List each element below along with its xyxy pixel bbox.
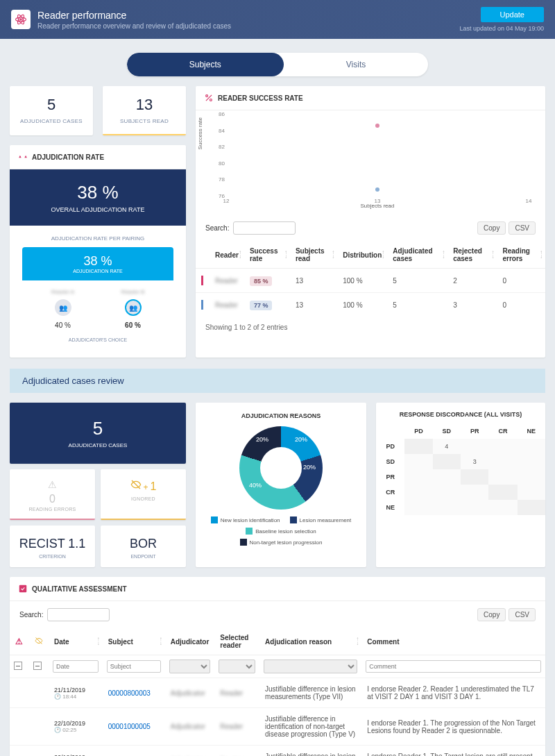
criterion-card: RECIST 1.1 CRITERION	[10, 526, 95, 567]
adjudication-reasons-card: ADJUDICATION REASONS 20% 20% 40% 20% New…	[196, 403, 366, 567]
search-input[interactable]	[233, 221, 296, 235]
last-updated: Last updated on 04 May 19:00	[459, 25, 544, 32]
overall-adj-rate: 38 % OVERALL ADJUDICATION RATE	[10, 169, 186, 226]
filter-checkbox[interactable]	[33, 662, 42, 670]
table-row[interactable]: Reader 77 % 13100 % 530	[196, 293, 545, 317]
filter-checkbox[interactable]	[14, 662, 22, 670]
subject-link[interactable]: 00001000005	[108, 723, 151, 730]
response-discordance-card: RESPONSE DISCORDANCE (ALL VISITS) PD SD …	[376, 403, 545, 567]
stat-label: SUBJECTS READ	[108, 118, 180, 124]
filter-subject[interactable]	[107, 660, 161, 673]
filter-comment[interactable]	[366, 660, 541, 673]
percent-icon	[204, 93, 214, 103]
table-row[interactable]: 21/11/2019🕐 18:44 00000800003 Adjudicato…	[10, 678, 545, 708]
reader-b: Reader B 👥 60 %	[98, 289, 168, 329]
stat-label: ADJUDICATED CASES	[15, 118, 87, 124]
donut-chart: 20% 20% 40% 20%	[239, 426, 323, 510]
header-left: Reader performance Reader performance ov…	[11, 10, 231, 30]
svg-point-6	[210, 99, 212, 101]
legend-item: Non-target lesion progression	[240, 539, 323, 546]
stat-adjudicated-cases: 5 ADJUDICATED CASES	[10, 86, 93, 135]
view-toggle: Subjects Visits	[0, 39, 555, 86]
adjudication-rate-card: ADJUDICATION RATE 38 % OVERALL ADJUDICAT…	[10, 145, 186, 358]
eye-off-icon	[130, 479, 142, 492]
table-row[interactable]: 22/10/2019🕐 02:19 00000800001 Adjudicato…	[10, 746, 545, 757]
discordance-matrix: PD SD PR CR NE PD4SD3PRCRNE	[376, 423, 545, 515]
stat-value: 5	[15, 96, 87, 114]
legend-item: Lesion measurement	[290, 516, 352, 523]
avatar-icon: 👥	[55, 299, 71, 316]
copy-button[interactable]: Copy	[477, 608, 506, 621]
section-title-text: READER SUCCESS RATE	[218, 94, 303, 102]
reading-errors-card: ⚠ 0 READING ERRORS	[10, 469, 95, 520]
endpoint-card: BOR ENDPOINT	[101, 526, 186, 567]
ignored-card: + 1 IGNORED	[101, 469, 186, 520]
filter-reason[interactable]	[264, 660, 357, 673]
copy-button[interactable]: Copy	[477, 221, 506, 235]
success-table: Reader↑↓ Success rate↑↓ Subjects read↑↓ …	[196, 242, 545, 317]
stat-subjects-read: 13 SUBJECTS READ	[103, 86, 186, 135]
filter-selected-reader[interactable]	[219, 660, 255, 673]
table-info: Showing 1 to 2 of 2 entries	[196, 317, 545, 338]
svg-rect-8	[19, 585, 27, 593]
page-title: Reader performance	[37, 10, 231, 21]
page-subtitle: Reader performance overview and review o…	[37, 22, 231, 30]
tab-visits[interactable]: Visits	[284, 53, 428, 76]
filter-date[interactable]	[53, 660, 99, 673]
svg-line-4	[206, 95, 212, 101]
atom-icon	[11, 10, 31, 29]
row-marker	[201, 276, 203, 285]
eye-off-icon	[35, 637, 43, 647]
reader-success-card: READER SUCCESS RATE Success rate 86 84 8…	[196, 86, 545, 358]
svg-point-0	[20, 19, 22, 20]
avatar-icon: 👥	[125, 299, 142, 316]
chart-point-reader-b	[375, 187, 379, 192]
scales-icon	[18, 152, 28, 162]
subject-link[interactable]: 00000800003	[108, 689, 151, 697]
success-scatter-chart: Success rate 86 84 82 80 78 76 12 13 14	[196, 110, 545, 215]
search-input[interactable]	[47, 608, 110, 621]
stat-value: 13	[108, 96, 180, 114]
adj-cases-card: 5 ADJUDICATED CASES	[10, 403, 186, 464]
chart-point-reader-a	[375, 124, 379, 128]
qualitative-table: ⚠ Date↑↓ Subject↑↓ Adjudicator Selected …	[10, 628, 545, 756]
review-banner: Adjudicated cases review	[10, 369, 545, 393]
pairing-box: 38 % ADJUDICATION RATE Reader A 👥 40 % R…	[22, 247, 173, 348]
app-header: Reader performance Reader performance ov…	[0, 0, 555, 39]
table-row[interactable]: 22/10/2019🕐 02:25 00001000005 Adjudicato…	[10, 708, 545, 746]
legend-item: Baseline lesion selection	[246, 528, 316, 535]
row-marker	[201, 300, 203, 310]
header-right: Update Last updated on 04 May 19:00	[459, 7, 544, 32]
table-row[interactable]: Reader 85 % 13100 % 520	[196, 269, 545, 293]
warning-icon: ⚠	[15, 637, 23, 646]
csv-button[interactable]: CSV	[509, 221, 536, 235]
svg-point-5	[206, 95, 208, 97]
filter-adjudicator[interactable]	[169, 660, 211, 673]
qualitative-assessment-card: QUALITATIVE ASSESSMENT Search: Copy CSV …	[10, 577, 545, 756]
reader-a: Reader A 👥 40 %	[28, 289, 98, 329]
update-button[interactable]: Update	[481, 7, 544, 22]
legend-item: New lesion identification	[211, 516, 280, 523]
warning-icon: ⚠	[14, 479, 91, 490]
section-title-text: ADJUDICATION RATE	[32, 153, 104, 161]
csv-button[interactable]: CSV	[509, 608, 536, 621]
checklist-icon	[18, 584, 28, 594]
tab-subjects[interactable]: Subjects	[127, 53, 284, 76]
